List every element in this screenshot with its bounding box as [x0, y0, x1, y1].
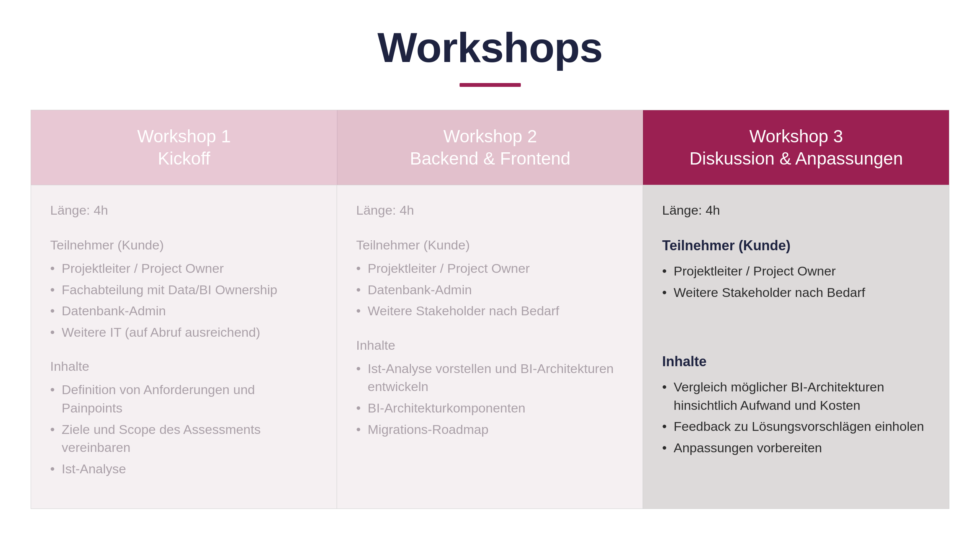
workshop-2-content-title: Inhalte	[356, 336, 623, 355]
workshop-3-header-line2: Diskussion & Anpassungen	[689, 148, 903, 168]
workshop-1-content-list: Definition von Anforderungen und Painpoi…	[50, 381, 317, 478]
workshop-1-content-title: Inhalte	[50, 357, 317, 376]
workshop-2-header-line1: Workshop 2	[443, 126, 537, 146]
list-item: Projektleiter / Project Owner	[356, 259, 623, 278]
workshop-3-content-title: Inhalte	[662, 351, 930, 372]
list-item: Anpassungen vorbereiten	[662, 439, 930, 457]
list-item: Weitere Stakeholder nach Bedarf	[662, 284, 930, 302]
workshop-2-participants-title: Teilnehmer (Kunde)	[356, 235, 623, 255]
workshop-3-content-list: Vergleich möglicher BI-Architekturen hin…	[662, 378, 930, 457]
list-item: Vergleich möglicher BI-Architekturen hin…	[662, 378, 930, 414]
workshop-3-body: Länge: 4h Teilnehmer (Kunde) Projektleit…	[643, 185, 949, 509]
list-item: Fachabteilung mit Data/BI Ownership	[50, 281, 317, 299]
workshops-table: Workshop 1 Kickoff Workshop 2 Backend & …	[31, 110, 949, 509]
workshop-2-body: Länge: 4h Teilnehmer (Kunde) Projektleit…	[337, 185, 643, 509]
workshop-2-header: Workshop 2 Backend & Frontend	[337, 110, 643, 185]
workshop-3-header: Workshop 3 Diskussion & Anpassungen	[643, 110, 949, 185]
list-item: Feedback zu Lösungsvorschlägen einholen	[662, 417, 930, 436]
list-item: Projektleiter / Project Owner	[662, 262, 930, 280]
workshop-3-participants-title: Teilnehmer (Kunde)	[662, 235, 930, 256]
page-title: Workshops	[378, 23, 603, 72]
list-item: Ist-Analyse vorstellen und BI-Architektu…	[356, 360, 623, 396]
table-header: Workshop 1 Kickoff Workshop 2 Backend & …	[31, 110, 949, 185]
list-item: Ziele und Scope des Assessments vereinba…	[50, 421, 317, 457]
list-item: Definition von Anforderungen und Painpoi…	[50, 381, 317, 417]
list-item: Weitere IT (auf Abruf ausreichend)	[50, 323, 317, 342]
workshop-3-duration: Länge: 4h	[662, 201, 930, 220]
workshop-1-header-line1: Workshop 1	[137, 126, 231, 146]
workshop-2-participants-list: Projektleiter / Project Owner Datenbank-…	[356, 259, 623, 320]
workshop-3-header-line1: Workshop 3	[749, 126, 843, 146]
list-item: BI-Architekturkomponenten	[356, 399, 623, 417]
workshop-2-header-line2: Backend & Frontend	[410, 148, 570, 168]
title-divider	[460, 83, 521, 87]
workshop-3-participants-list: Projektleiter / Project Owner Weitere St…	[662, 262, 930, 302]
workshop-2-duration: Länge: 4h	[356, 201, 623, 220]
workshop-1-header-line2: Kickoff	[158, 148, 210, 168]
workshop-1-duration: Länge: 4h	[50, 201, 317, 220]
table-body: Länge: 4h Teilnehmer (Kunde) Projektleit…	[31, 185, 949, 509]
list-item: Projektleiter / Project Owner	[50, 259, 317, 278]
workshop-2-content-list: Ist-Analyse vorstellen und BI-Architektu…	[356, 360, 623, 439]
list-item: Datenbank-Admin	[356, 281, 623, 299]
workshop-1-header: Workshop 1 Kickoff	[31, 110, 337, 185]
workshop-1-participants-title: Teilnehmer (Kunde)	[50, 235, 317, 255]
workshop-1-body: Länge: 4h Teilnehmer (Kunde) Projektleit…	[31, 185, 337, 509]
list-item: Migrations-Roadmap	[356, 421, 623, 439]
list-item: Datenbank-Admin	[50, 302, 317, 320]
workshop-1-participants-list: Projektleiter / Project Owner Fachabteil…	[50, 259, 317, 341]
list-item: Ist-Analyse	[50, 460, 317, 478]
list-item: Weitere Stakeholder nach Bedarf	[356, 302, 623, 320]
